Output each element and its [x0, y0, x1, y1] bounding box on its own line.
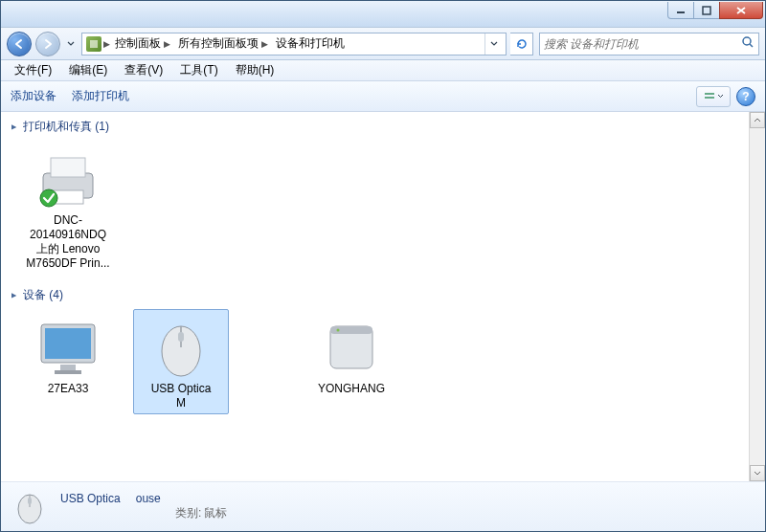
chevron-up-icon — [754, 117, 761, 124]
svg-rect-4 — [705, 93, 714, 95]
group-header-printers[interactable]: ▲ 打印机和传真 (1) — [9, 116, 741, 141]
drive-icon — [317, 313, 386, 382]
details-title: USB Optica — [60, 492, 121, 505]
svg-point-3 — [743, 37, 751, 45]
menu-tools[interactable]: 工具(T) — [172, 60, 225, 80]
toolbar: 添加设备 添加打印机 ? — [1, 81, 765, 112]
device-item-drive[interactable]: YONGHANG — [304, 309, 399, 414]
view-options-button[interactable] — [696, 86, 731, 107]
svg-rect-0 — [677, 11, 685, 13]
window-controls — [668, 2, 763, 19]
svg-rect-11 — [45, 328, 91, 359]
minimize-button[interactable] — [667, 2, 694, 19]
svg-rect-13 — [55, 370, 81, 374]
chevron-right-icon: ▶ — [261, 39, 268, 49]
menu-edit[interactable]: 编辑(E) — [61, 60, 115, 80]
scroll-down-button[interactable] — [750, 465, 765, 481]
device-label: USB OpticaM — [151, 382, 212, 410]
monitor-icon — [34, 313, 102, 382]
mouse-icon — [11, 488, 49, 526]
device-item-monitor[interactable]: 27EA33 — [20, 309, 116, 414]
device-item-printer[interactable]: DNC-20140916NDQ 上的 Lenovo M7650DF Prin..… — [20, 141, 116, 275]
chevron-down-icon — [67, 40, 75, 48]
menu-view[interactable]: 查看(V) — [117, 60, 170, 80]
navbar: ▶ 控制面板 ▶ 所有控制面板项 ▶ 设备和打印机 — [1, 28, 765, 60]
forward-button[interactable] — [35, 32, 60, 56]
address-dropdown[interactable] — [484, 33, 502, 55]
arrow-left-icon — [12, 37, 26, 51]
search-icon[interactable] — [741, 35, 755, 52]
search-input[interactable] — [544, 37, 741, 51]
breadcrumb-item[interactable]: 控制面板 ▶ — [112, 35, 173, 52]
titlebar — [1, 1, 765, 28]
svg-rect-12 — [60, 365, 76, 370]
add-printer-button[interactable]: 添加打印机 — [72, 88, 129, 104]
collapse-icon: ▲ — [10, 291, 19, 299]
svg-point-9 — [40, 189, 57, 207]
vertical-scrollbar[interactable] — [749, 112, 765, 481]
address-bar[interactable]: ▶ 控制面板 ▶ 所有控制面板项 ▶ 设备和打印机 — [81, 33, 507, 55]
device-label: 27EA33 — [48, 382, 89, 396]
group-header-devices[interactable]: ▲ 设备 (4) — [9, 284, 741, 309]
device-label: YONGHANG — [318, 382, 385, 396]
refresh-icon — [515, 37, 529, 51]
nav-history-dropdown[interactable] — [64, 32, 78, 56]
add-device-button[interactable]: 添加设备 — [11, 88, 56, 104]
help-button[interactable]: ? — [736, 87, 755, 106]
menu-help[interactable]: 帮助(H) — [228, 60, 282, 80]
group-title: 设备 (4) — [23, 287, 63, 303]
explorer-window: ▶ 控制面板 ▶ 所有控制面板项 ▶ 设备和打印机 文件(F) 编辑(E) 查看… — [0, 0, 766, 532]
details-pane: USB Optical Mouse 类别: 鼠标 — [1, 481, 765, 531]
back-button[interactable] — [7, 32, 32, 56]
breadcrumb-item[interactable]: 所有控制面板项 ▶ — [175, 35, 271, 52]
details-category-value: 鼠标 — [204, 506, 227, 520]
menu-file[interactable]: 文件(F) — [7, 60, 59, 80]
chevron-right-icon: ▶ — [164, 39, 170, 49]
maximize-icon — [702, 6, 711, 15]
menubar: 文件(F) 编辑(E) 查看(V) 工具(T) 帮助(H) — [1, 60, 765, 81]
close-icon — [735, 6, 747, 15]
minimize-icon — [676, 6, 686, 15]
svg-rect-7 — [51, 158, 85, 177]
svg-rect-5 — [705, 97, 714, 99]
refresh-button[interactable] — [510, 33, 533, 55]
svg-rect-21 — [28, 498, 32, 504]
device-item-mouse[interactable]: USB OpticaM — [133, 309, 229, 414]
svg-rect-15 — [178, 332, 184, 342]
group-title: 打印机和传真 (1) — [23, 119, 109, 135]
chevron-down-icon — [754, 470, 761, 477]
maximize-button[interactable] — [693, 2, 720, 19]
svg-rect-2 — [90, 40, 98, 48]
svg-rect-1 — [703, 7, 710, 14]
mouse-icon — [146, 313, 215, 382]
chevron-down-icon — [717, 93, 724, 100]
chevron-right-icon: ▶ — [103, 39, 110, 49]
details-text: USB Optical Mouse 类别: 鼠标 — [60, 492, 227, 521]
help-icon: ? — [742, 90, 749, 103]
chevron-down-icon — [490, 40, 498, 48]
control-panel-icon — [86, 36, 101, 52]
printer-icon — [34, 144, 102, 213]
scroll-up-button[interactable] — [750, 112, 765, 128]
device-label: DNC-20140916NDQ 上的 Lenovo M7650DF Prin..… — [24, 213, 112, 271]
arrow-right-icon — [41, 37, 55, 51]
svg-point-18 — [337, 329, 340, 332]
close-button[interactable] — [719, 2, 763, 19]
breadcrumb-item[interactable]: 设备和打印机 — [273, 35, 348, 52]
details-category-label: 类别: — [175, 506, 201, 520]
view-icon — [704, 91, 715, 102]
collapse-icon: ▲ — [10, 122, 19, 131]
search-box[interactable] — [539, 33, 759, 55]
content-area: ▲ 打印机和传真 (1) DNC-20140916NDQ 上的 Leno — [1, 112, 765, 481]
